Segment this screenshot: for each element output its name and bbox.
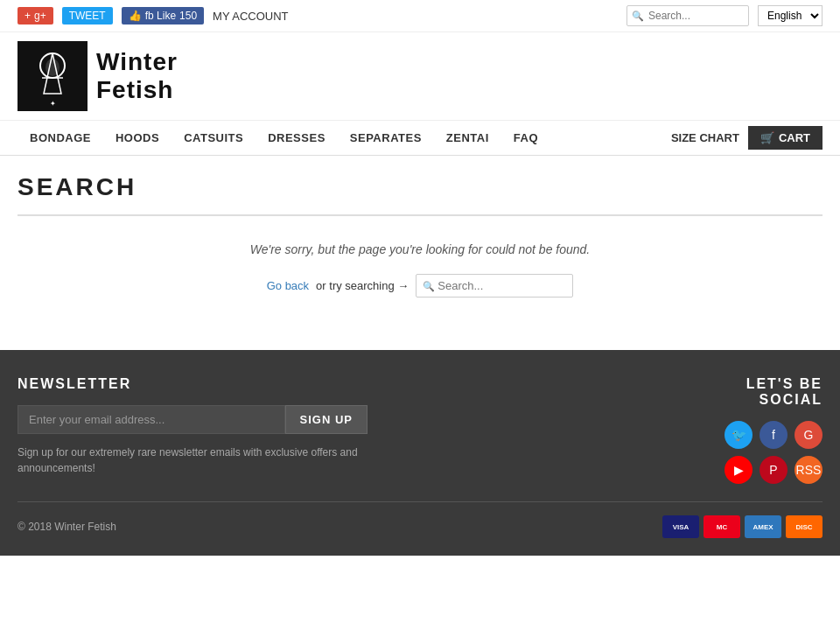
top-search-input[interactable] <box>626 5 749 26</box>
rss-icon[interactable]: RSS <box>794 456 822 484</box>
language-select[interactable]: English <box>758 5 822 26</box>
copyright-text: © 2018 Winter Fetish <box>18 521 116 533</box>
main-nav: BONDAGE HOODS CATSUITS DRESSES SEPARATES… <box>0 121 840 156</box>
newsletter-email-input[interactable] <box>18 405 285 434</box>
logo-image: ✦ <box>18 41 88 111</box>
top-search-wrapper: 🔍 <box>626 5 749 26</box>
or-try-text: or try searching → <box>316 279 409 292</box>
nav-catsuits[interactable]: CATSUITS <box>172 121 256 155</box>
site-header: ✦ Winter Fetish <box>0 32 840 121</box>
error-message: We're sorry, but the page you're looking… <box>18 242 822 256</box>
page-title: SEARCH <box>18 173 822 216</box>
footer-top: NEWSLETTER SIGN UP Sign up for our extre… <box>18 376 822 502</box>
nav-items-right: SIZE CHART 🛒 CART <box>671 126 822 150</box>
nav-separates[interactable]: SEPARATES <box>338 121 434 155</box>
twitter-icon[interactable]: 🐦 <box>724 421 752 449</box>
size-chart-link[interactable]: SIZE CHART <box>671 131 739 144</box>
social-section: LET'S BE SOCIAL 🐦 f G ▶ P RSS <box>718 376 822 484</box>
youtube-icon[interactable]: ▶ <box>724 456 752 484</box>
gplus-button[interactable]: + g+ <box>18 7 53 24</box>
top-bar-right: 🔍 English <box>626 5 822 26</box>
footer-bottom: © 2018 Winter Fetish VISA MC AMEX DISC <box>18 502 822 538</box>
main-content: SEARCH We're sorry, but the page you're … <box>0 156 840 350</box>
pinterest-icon[interactable]: P <box>760 456 788 484</box>
logo-text: Winter Fetish <box>96 48 178 104</box>
nav-hoods[interactable]: HOODS <box>103 121 172 155</box>
googleplus-icon[interactable]: G <box>794 421 822 449</box>
mastercard-icon: MC <box>704 515 740 538</box>
nav-bondage[interactable]: BONDAGE <box>18 121 103 155</box>
inline-search-icon: 🔍 <box>423 280 435 291</box>
site-footer: NEWSLETTER SIGN UP Sign up for our extre… <box>0 350 840 556</box>
nav-dresses[interactable]: DRESSES <box>256 121 338 155</box>
social-icons: 🐦 f G ▶ P RSS <box>718 421 822 484</box>
newsletter-description: Sign up for our extremely rare newslette… <box>18 444 368 476</box>
signup-button[interactable]: SIGN UP <box>285 405 368 434</box>
newsletter-heading: NEWSLETTER <box>18 376 368 392</box>
gplus-icon: + <box>24 10 31 22</box>
facebook-like[interactable]: 👍 fb Like 150 <box>122 7 204 24</box>
svg-text:✦: ✦ <box>50 100 56 108</box>
cart-icon: 🛒 <box>760 131 774 144</box>
newsletter-form: SIGN UP <box>18 405 368 434</box>
nav-faq[interactable]: FAQ <box>501 121 550 155</box>
fb-icon: 👍 <box>129 10 142 22</box>
logo-area[interactable]: ✦ Winter Fetish <box>18 41 178 111</box>
cart-button[interactable]: 🛒 CART <box>748 126 822 150</box>
social-heading: LET'S BE SOCIAL <box>718 376 822 408</box>
payment-icons: VISA MC AMEX DISC <box>662 515 822 538</box>
newsletter-section: NEWSLETTER SIGN UP Sign up for our extre… <box>18 376 368 484</box>
top-bar-left: + g+ TWEET 👍 fb Like 150 MY ACCOUNT <box>18 7 289 24</box>
discover-icon: DISC <box>786 515 822 538</box>
inline-search-input[interactable] <box>416 274 573 298</box>
nav-zentai[interactable]: ZENTAI <box>434 121 501 155</box>
visa-card-icon: VISA <box>662 515 699 538</box>
inline-search-wrapper: 🔍 <box>416 274 573 298</box>
search-back-row: Go back or try searching → 🔍 <box>18 274 822 298</box>
top-bar: + g+ TWEET 👍 fb Like 150 MY ACCOUNT 🔍 En… <box>0 0 840 32</box>
amex-icon: AMEX <box>745 515 781 538</box>
my-account-link[interactable]: MY ACCOUNT <box>213 10 288 23</box>
facebook-icon[interactable]: f <box>760 421 788 449</box>
nav-items-left: BONDAGE HOODS CATSUITS DRESSES SEPARATES… <box>18 121 550 155</box>
search-icon: 🔍 <box>632 10 644 22</box>
tweet-button[interactable]: TWEET <box>62 7 113 24</box>
go-back-link[interactable]: Go back <box>267 279 309 292</box>
